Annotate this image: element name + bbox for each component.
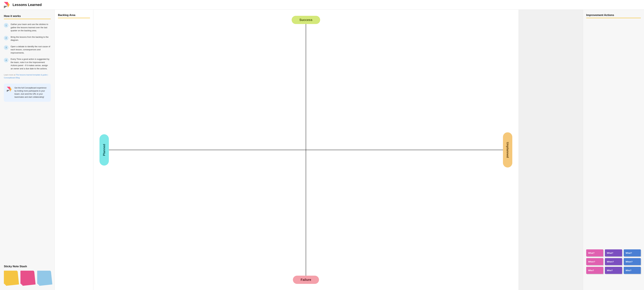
how-it-works-underline — [4, 19, 51, 19]
card-who-blue[interactable]: Who? — [624, 267, 641, 274]
svg-marker-3 — [7, 87, 10, 90]
planned-label: Planned — [100, 134, 109, 166]
sticky-note-stash-section: Sticky Note Stash — [0, 261, 55, 290]
sticky-notes-row — [4, 271, 51, 285]
svg-marker-2 — [4, 6, 8, 9]
step-3: 3 Open a debate to identify the root cau… — [4, 45, 51, 55]
step-number-3: 3 — [4, 45, 8, 50]
blue-sticky-stack[interactable] — [37, 271, 51, 285]
card-what-blue[interactable]: What? — [624, 249, 641, 256]
right-panel: Improvement Actions What? What? What? Wh… — [583, 10, 644, 290]
improvement-underline — [586, 18, 641, 18]
success-label: Success — [292, 16, 320, 24]
svg-marker-0 — [4, 2, 8, 6]
svg-marker-4 — [10, 87, 12, 92]
step-text-1: Gather your team and use the stickies to… — [11, 23, 51, 32]
blue-note-3 — [37, 271, 50, 284]
card-what-pink[interactable]: What? — [586, 249, 603, 256]
page-title: Lessons Learned — [12, 3, 42, 7]
unplanned-label: Unplanned — [503, 132, 512, 167]
how-it-works-title: How it works — [4, 15, 51, 18]
step-text-3: Open a debate to identify the root cause… — [11, 45, 51, 55]
card-when-pink[interactable]: When? — [586, 258, 603, 265]
card-who-purple[interactable]: Who? — [605, 267, 622, 274]
card-what-purple[interactable]: What? — [605, 249, 622, 256]
backlog-underline — [58, 18, 90, 18]
learn-more: Learn more at The lessons learned templa… — [4, 73, 51, 79]
step-number-4: 4 — [4, 58, 8, 62]
step-number-2: 2 — [4, 36, 8, 40]
logo-icon — [3, 1, 10, 9]
step-2: 2 Bring the lessons from the backlog to … — [4, 36, 51, 42]
card-when-purple[interactable]: When? — [605, 258, 622, 265]
failure-label: Failure — [293, 276, 319, 284]
yellow-sticky-stack[interactable] — [4, 271, 18, 285]
backlog-title: Backlog Area — [58, 14, 90, 17]
pink-sticky-stack[interactable] — [20, 271, 34, 285]
sticky-note-stash-title: Sticky Note Stash — [4, 265, 51, 268]
card-when-blue[interactable]: When? — [624, 258, 641, 265]
left-panel: How it works 1 Gather your team and use … — [0, 10, 55, 290]
step-1: 1 Gather your team and use the stickies … — [4, 23, 51, 32]
svg-marker-1 — [8, 2, 10, 8]
cards-grid: What? What? What? When? When? When? Who?… — [586, 249, 641, 274]
backlog-area[interactable]: Backlog Area — [55, 10, 94, 290]
step-4: 4 Every Time a good action is suggested … — [4, 58, 51, 70]
pink-note-3 — [20, 271, 34, 284]
card-who-pink[interactable]: Who? — [586, 267, 603, 274]
promo-text: Get the full Conceptboard experience by … — [14, 86, 48, 99]
promo-logo-icon — [6, 86, 12, 92]
svg-marker-5 — [7, 90, 10, 92]
step-text-2: Bring the lessons from the backlog to th… — [11, 36, 51, 42]
step-text-4: Every Time a good action is suggested by… — [11, 58, 51, 70]
step-number-1: 1 — [4, 23, 8, 28]
improvement-actions-title: Improvement Actions — [586, 14, 641, 17]
horizontal-axis — [103, 150, 509, 150]
diagram-area[interactable]: Success Failure Planned Unplanned — [94, 10, 518, 290]
promo-box: Get the full Conceptboard experience by … — [4, 84, 51, 102]
yellow-note-3 — [4, 271, 17, 284]
header: Lessons Learned — [0, 0, 644, 10]
